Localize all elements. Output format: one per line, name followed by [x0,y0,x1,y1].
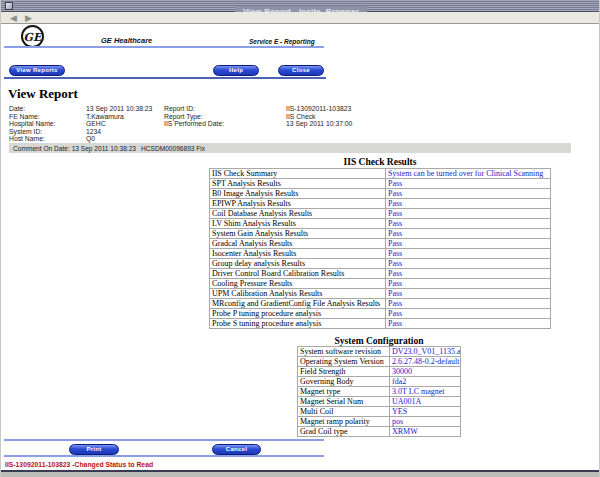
row-value: Pass [386,289,551,299]
row-label: Probe P tuning procedure analysis [210,309,386,319]
header-divider [4,46,324,48]
company-name: GE Healthcare [101,36,152,45]
help-button[interactable]: Help [213,65,259,76]
comment-date: Comment On Date: 13 Sep 2011 10:38:23 [13,145,136,152]
field-host-name-label: Host Name: [9,135,45,142]
row-label: Cooling Pressure Results [210,279,386,289]
system-config-table: System software revisionDV23.0_V01_1135.… [297,346,461,437]
row-label: Gradcal Analysis Results [210,239,386,249]
row-label: Multi Coil [298,407,390,417]
row-label: Group delay analysis Results [210,259,386,269]
row-label: SPT Analysis Results [210,179,386,189]
table-row: UPM Calibration Analysis ResultsPass [210,289,551,299]
cancel-button[interactable]: Cancel [212,444,261,455]
view-reports-button[interactable]: View Reports [9,65,65,76]
window-title: View Report - Insite_Browser [1,0,600,12]
field-fe-name-value: T.Kawamura [86,113,124,120]
service-title: Service E - Reporting [249,38,315,45]
field-hospital-value: GEHC [86,120,106,127]
table-row: MRconfig and GradientConfig File Analysi… [210,299,551,309]
row-label: Isocenter Analysis Results [210,249,386,259]
field-host-name-value: Q0 [86,135,95,142]
row-value: DV23.0_V01_1135.a [390,347,461,357]
browser-window: View Report - Insite_Browser ◀ ▶ GE GE H… [0,0,600,477]
row-label: Coil Database Analysis Results [210,209,386,219]
table-row: Group delay analysis ResultsPass [210,259,551,269]
page-title: View Report [8,86,78,102]
row-label: System Gain Analysis Results [210,229,386,239]
row-label: Operating System Version [298,357,390,367]
table-row: Coil Database Analysis ResultsPass [210,209,551,219]
field-performed-date-label: IIS Performed Date: [164,120,224,127]
row-label: Magnet ramp polarity [298,417,390,427]
row-value: Pass [386,179,551,189]
field-system-id-label: System ID: [9,128,42,135]
row-label: Magnet Serial Num [298,397,390,407]
row-label: UPM Calibration Analysis Results [210,289,386,299]
window-bottom-frame [1,470,600,477]
iis-results-table: IIS Check SummarySystem can be turned ov… [209,168,551,329]
row-value: Pass [386,219,551,229]
back-icon[interactable]: ◀ [10,12,17,24]
footer-divider-bottom [4,455,324,457]
comment-text: HCSDM00096893 Fix [141,145,205,152]
field-date-label: Date: [9,105,25,112]
row-value: Pass [386,309,551,319]
window-titlebar[interactable]: View Report - Insite_Browser [1,0,600,12]
table-row: Grad Coil typeXRMW [298,427,461,437]
row-value: XRMW [390,427,461,437]
row-value: YES [390,407,461,417]
row-label: System software revision [298,347,390,357]
row-value: Pass [386,319,551,329]
close-button[interactable]: Close [278,65,324,76]
row-label: Driver Control Board Calibration Results [210,269,386,279]
row-value: UA001A [390,397,461,407]
row-value: Pass [386,269,551,279]
table-row: Magnet Serial NumUA001A [298,397,461,407]
system-config-title: System Configuration [297,336,461,346]
field-performed-date-value: 13 Sep 2011 10:37:00 [286,120,352,127]
table-row: Probe S tuning procedure analysisPass [210,319,551,329]
row-value: Pass [386,189,551,199]
row-value: pos [390,417,461,427]
field-report-id-value: IIS-13092011-103823 [286,105,351,112]
table-row: Probe P tuning procedure analysisPass [210,309,551,319]
row-value: 30000 [390,367,461,377]
row-value: Pass [386,199,551,209]
print-button[interactable]: Print [69,444,119,455]
table-row: Magnet type3.0T LC magnet [298,387,461,397]
table-row: B0 Image Analysis ResultsPass [210,189,551,199]
row-label: MRconfig and GradientConfig File Analysi… [210,299,386,309]
row-value: Pass [386,209,551,219]
row-value: Pass [386,229,551,239]
forward-icon[interactable]: ▶ [25,12,32,24]
row-label: Field Strength [298,367,390,377]
row-value: 3.0T LC magnet [390,387,461,397]
table-row: SPT Analysis ResultsPass [210,179,551,189]
field-system-id-value: 1234 [86,128,101,135]
iis-results-title: IIS Check Results [209,157,551,167]
comment-bar: Comment On Date: 13 Sep 2011 10:38:23 HC… [9,143,571,153]
row-label: LV Shim Analysis Results [210,219,386,229]
row-label: Magnet type [298,387,390,397]
row-value: Pass [386,299,551,309]
row-value: Pass [386,249,551,259]
row-value: Pass [386,279,551,289]
ge-logo-icon: GE [21,25,44,48]
row-value: 2.6.27.48-0.2-default [390,357,461,367]
footer-divider-top [4,439,324,441]
table-row: System Gain Analysis ResultsPass [210,229,551,239]
table-row: System software revisionDV23.0_V01_1135.… [298,347,461,357]
field-date-value: 13 Sep 2011 10:38:23 [86,105,152,112]
field-hospital-label: Hospital Name: [9,120,55,127]
row-value: System can be turned over for Clinical S… [386,169,551,179]
table-row: Operating System Version2.6.27.48-0.2-de… [298,357,461,367]
table-row: LV Shim Analysis ResultsPass [210,219,551,229]
table-row: Isocenter Analysis ResultsPass [210,249,551,259]
table-row: IIS Check SummarySystem can be turned ov… [210,169,551,179]
table-row: Magnet ramp polaritypos [298,417,461,427]
field-report-type-value: IIS Check [286,113,315,120]
row-value: Pass [386,259,551,269]
field-fe-name-label: FE Name: [9,113,40,120]
status-message: IIS-13092011-103823 -Changed Status to R… [5,461,153,468]
